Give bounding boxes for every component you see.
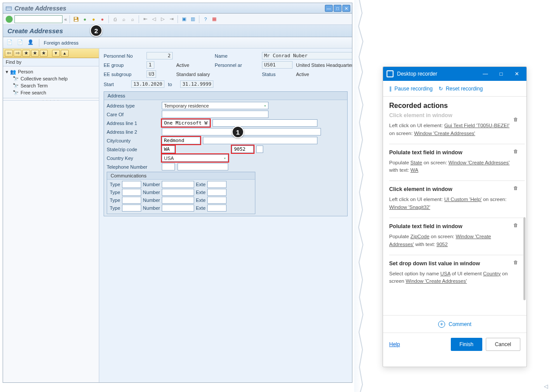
- delete-action-icon[interactable]: 🗑: [513, 260, 520, 267]
- eesubgroup-code: U3: [146, 70, 156, 78]
- action-card[interactable]: Polulate text field in window 🗑 Populate…: [389, 218, 525, 255]
- back-icon[interactable]: ●: [81, 16, 88, 23]
- comm-type-input[interactable]: [122, 189, 141, 196]
- comm-type-input[interactable]: [122, 181, 141, 188]
- end-value[interactable]: 31.12.9999: [180, 80, 213, 88]
- recorder-title: Desktop recorder: [397, 71, 476, 77]
- eegroup-label: EE group: [104, 62, 143, 68]
- zip-ext-input[interactable]: [256, 146, 263, 153]
- action-card[interactable]: Set drop down list value in window 🗑 Sel…: [389, 255, 525, 292]
- addressline1-input[interactable]: [162, 119, 210, 127]
- comm-number-input[interactable]: [162, 197, 194, 204]
- save-icon[interactable]: [73, 16, 80, 23]
- doc-icon[interactable]: 📄: [7, 39, 14, 46]
- action-card[interactable]: Polulate text field in window 🗑 Populate…: [389, 144, 525, 181]
- cancel-button[interactable]: Cancel: [486, 338, 520, 351]
- add-comment-button[interactable]: + Comment: [383, 315, 526, 333]
- state-input[interactable]: [162, 146, 175, 153]
- zip-input[interactable]: [232, 146, 254, 153]
- customize-icon[interactable]: ▦: [211, 16, 218, 23]
- tree-toggle-icon[interactable]: ▾: [6, 69, 8, 75]
- person-icon[interactable]: 👤: [28, 39, 35, 46]
- nav-expand-icon[interactable]: ▾: [52, 50, 60, 57]
- svg-rect-0: [6, 7, 11, 10]
- help-link[interactable]: Help: [389, 341, 400, 347]
- first-icon[interactable]: ⇤: [142, 16, 149, 23]
- nav-star2-icon[interactable]: ★: [31, 50, 39, 57]
- up-icon[interactable]: ●: [90, 16, 97, 23]
- command-combo[interactable]: [14, 15, 63, 23]
- comm-number-input[interactable]: [162, 205, 194, 212]
- recorder-icon: [387, 70, 394, 77]
- findnext-icon[interactable]: ⌕: [129, 16, 136, 23]
- find-icon[interactable]: ⌕: [120, 16, 127, 23]
- nav-star-icon[interactable]: ★: [22, 50, 30, 57]
- to-label: to: [168, 82, 177, 87]
- doc-new-icon[interactable]: 📄: [17, 39, 24, 46]
- nav-star3-icon[interactable]: ★: [40, 50, 48, 57]
- print-icon[interactable]: ⎙: [111, 16, 118, 23]
- comm-ext-input[interactable]: [207, 205, 226, 212]
- close-button[interactable]: ✕: [342, 5, 350, 12]
- tel-code-input[interactable]: [162, 163, 175, 170]
- delete-action-icon[interactable]: 🗑: [513, 222, 520, 229]
- tree-item-collective[interactable]: 🔭 Collective search help: [6, 75, 96, 82]
- ok-icon[interactable]: [6, 16, 13, 23]
- comm-ext-input[interactable]: [207, 189, 226, 196]
- tree-item-freesearch[interactable]: 🔭 Free search: [6, 89, 96, 96]
- next-icon[interactable]: ▷: [159, 16, 166, 23]
- addressline1b-input[interactable]: [213, 119, 317, 127]
- tree-item-searchterm[interactable]: 🔭 Search Term: [6, 82, 96, 89]
- nav-collapse-icon[interactable]: ▴: [61, 50, 69, 57]
- country-select[interactable]: USA: [162, 154, 228, 162]
- prev-icon[interactable]: ◁: [150, 16, 157, 23]
- recorder-close-button[interactable]: ✕: [511, 69, 523, 79]
- left-panel: ⇦ ⇨ ★ ★ ★ ▾ ▴ Find by ▾ 👥 Person 🔭 Colle…: [3, 49, 99, 382]
- nav-back-icon[interactable]: ⇦: [5, 50, 13, 57]
- right-panel: Personnel No 2 Name Mr Conrad Nuber EE g…: [99, 49, 352, 382]
- minimize-button[interactable]: ―: [325, 5, 333, 12]
- comm-ext-input[interactable]: [207, 181, 226, 188]
- svg-rect-2: [75, 17, 77, 19]
- comm-ext-input[interactable]: [207, 197, 226, 204]
- recorder-maximize-button[interactable]: □: [495, 69, 507, 79]
- addresstype-select[interactable]: Temporary residence: [162, 102, 268, 109]
- newsession-icon[interactable]: ▣: [181, 16, 188, 23]
- personnelarea-value: US01: [262, 61, 293, 69]
- pause-recording-button[interactable]: ∥ Pause recording: [389, 86, 432, 92]
- recorder-minimize-button[interactable]: ―: [479, 69, 491, 79]
- city-input[interactable]: [162, 137, 200, 144]
- maximize-button[interactable]: □: [334, 5, 341, 12]
- delete-action-icon[interactable]: 🗑: [513, 117, 520, 124]
- cancel-icon[interactable]: ●: [99, 16, 106, 23]
- nav-fwd-icon[interactable]: ⇨: [14, 50, 21, 57]
- foreign-address-label[interactable]: Foreign address: [44, 40, 79, 45]
- action-card[interactable]: Click element in window 🗑 Left click on …: [389, 181, 525, 218]
- careof-input[interactable]: [162, 111, 268, 118]
- tel-number-input[interactable]: [178, 163, 228, 170]
- layout-icon[interactable]: ▥: [189, 16, 196, 23]
- delete-action-icon[interactable]: 🗑: [513, 149, 520, 156]
- comm-number-input[interactable]: [162, 181, 194, 188]
- county-input[interactable]: [203, 137, 317, 144]
- last-icon[interactable]: ⇥: [168, 16, 175, 23]
- collapse-icon[interactable]: «: [64, 17, 67, 22]
- reset-recording-button[interactable]: ↻ Reset recording: [439, 86, 483, 92]
- eesubgroup-text: Standard salary: [176, 72, 211, 77]
- delete-action-icon[interactable]: 🗑: [513, 185, 520, 192]
- scrollbar[interactable]: [523, 217, 526, 300]
- help-icon[interactable]: ?: [202, 16, 209, 23]
- start-value[interactable]: 13.10.2020: [131, 80, 164, 88]
- nav-bar: ⇦ ⇨ ★ ★ ★ ▾ ▴: [3, 49, 99, 58]
- finish-button[interactable]: Finish: [451, 338, 482, 351]
- minibar: 📄 📄 👤 Foreign address: [3, 37, 352, 49]
- comm-type-input[interactable]: [122, 205, 141, 212]
- comm-type-input[interactable]: [122, 197, 141, 204]
- svg-rect-3: [75, 19, 78, 21]
- status-label: Status: [262, 72, 293, 77]
- eegroup-text: Active: [176, 62, 211, 68]
- tree-person[interactable]: ▾ 👥 Person: [6, 68, 96, 75]
- comm-number-input[interactable]: [162, 189, 194, 196]
- action-card[interactable]: Click element in window 🗑 Left click on …: [389, 112, 525, 144]
- comm-row: TypeNumberExte: [110, 181, 252, 188]
